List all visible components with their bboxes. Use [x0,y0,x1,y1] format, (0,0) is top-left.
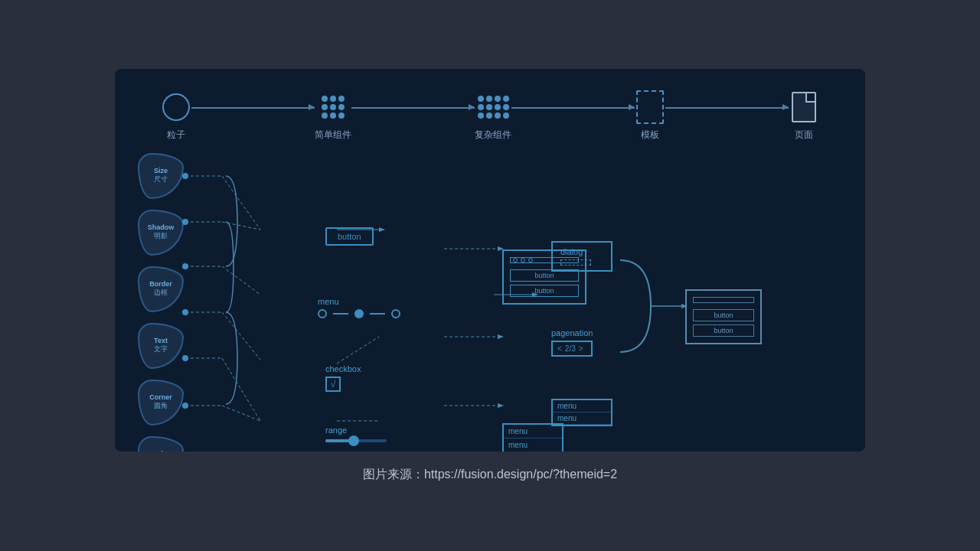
template-button-2[interactable]: button [510,285,579,297]
range-thumb[interactable] [348,435,359,446]
flow-arrow-3 [511,107,635,109]
flow-item-particle: 粒子 [161,92,191,142]
complex-label: 复杂组件 [475,129,511,142]
pagination-label: pagenation [551,328,593,337]
sidebar-item-text[interactable]: Text 文字 [138,323,184,369]
menu-line-2 [370,313,385,315]
flow-item-template: 模板 [635,92,665,142]
top-flow: 粒子 简单组件 复杂组件 [161,92,819,142]
flow-arrow-4 [665,107,789,109]
header-dot-2 [521,258,525,262]
template-menu-item-2[interactable]: menu [504,439,562,452]
svg-line-9 [222,358,260,421]
checkbox-label: checkbox [325,364,361,373]
sidebar-item-border[interactable]: Border 边框 [138,266,184,312]
flow-item-simple: 简单组件 [315,92,351,142]
sidebar-shadow-cn: 明影 [154,231,168,241]
flow-arrow-2 [351,107,475,109]
complex-icon [478,92,508,122]
simple-button-group: button [325,227,374,246]
page-icon [789,92,819,122]
checkbox-box[interactable]: √ [325,377,341,392]
page-layout-box: button button [685,289,762,344]
template-header [510,257,579,263]
template-icon [635,92,665,122]
sidebar-border-en: Border [149,280,172,288]
sidebar-size-en: Size [154,167,168,174]
menu-dot-2 [391,309,400,318]
sidebar-shadow-en: Shadow [148,223,175,231]
checkmark: √ [331,379,336,390]
sidebar-size-cn: 尺寸 [154,174,168,184]
sidebar-item-color[interactable]: Color 颜色 [138,436,184,452]
sidebar-corner-cn: 圆角 [154,401,168,411]
simple-checkbox-group: checkbox √ [325,358,361,392]
svg-line-11 [222,406,260,421]
svg-line-7 [222,312,260,360]
pagination-component: pagenation < 2/3 > [551,328,593,357]
menu-line-1 [333,313,348,315]
pagination-box[interactable]: < 2/3 > [551,341,593,357]
sidebar-color-en: Color [152,450,170,452]
template-menu-group: menu menu [502,377,564,452]
sidebar-border-cn: 边框 [154,288,168,298]
flow-item-complex: 复杂组件 [475,92,511,142]
button-component[interactable]: button [325,227,374,246]
svg-line-1 [222,176,260,230]
page-label: 页面 [795,129,813,142]
sidebar-item-size[interactable]: Size 尺寸 [138,153,184,199]
menu-dot-active [354,309,364,318]
left-sidebar: Size 尺寸 Shadow 明影 Border 边框 Text 文字 Corn… [138,153,184,452]
range-label: range [325,425,387,435]
main-diagram-card: 粒子 简单组件 复杂组件 [115,69,865,452]
template-menu-item-1[interactable]: menu [504,425,562,439]
flow-item-page: 页面 [789,92,819,142]
sidebar-item-corner[interactable]: Corner 圆角 [138,380,184,425]
header-dot-1 [513,258,518,262]
particle-icon [161,92,191,122]
pagination-value: 2/3 [565,344,576,353]
menu-dots [318,309,400,318]
range-track[interactable] [325,439,387,442]
template-button-group: button button [502,249,586,305]
template-button-1[interactable]: button [510,269,579,282]
prev-arrow[interactable]: < [557,344,562,353]
flow-arrow-1 [191,107,315,109]
menu-dot-1 [318,309,327,318]
simple-range-group: range [325,419,387,442]
caption: 图片来源：https://fusion.design/pc/?themeid=2 [363,467,617,483]
svg-marker-21 [498,334,504,339]
menu-label: menu [318,297,400,306]
sidebar-text-cn: 文字 [154,344,168,354]
page-top-bar [693,297,754,303]
template-group-box: button button [502,249,586,305]
page-layout-component: button button [685,289,762,344]
simple-icon [318,92,348,122]
template-label: 模板 [641,129,659,142]
sidebar-corner-en: Corner [149,393,172,401]
simple-label: 简单组件 [315,129,351,142]
svg-line-5 [222,266,260,295]
next-arrow[interactable]: > [579,344,583,353]
page-button-1[interactable]: button [693,309,754,321]
particle-label: 粒子 [167,129,185,142]
svg-line-3 [222,222,260,230]
svg-marker-13 [379,227,385,232]
template-menu-box: menu menu [502,423,564,452]
sidebar-text-en: Text [154,337,168,344]
page-button-2[interactable]: button [693,324,754,337]
simple-menu-group: menu [318,291,400,318]
sidebar-item-shadow[interactable]: Shadow 明影 [138,210,184,256]
header-dot-3 [528,258,533,262]
